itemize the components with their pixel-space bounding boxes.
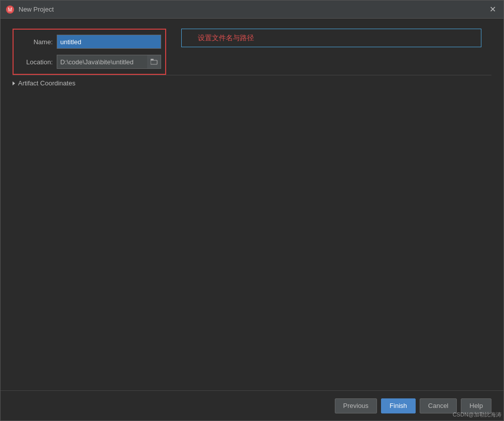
svg-text:M: M [8, 7, 12, 13]
location-input[interactable] [57, 55, 161, 69]
help-button[interactable]: Help [461, 398, 491, 413]
artifact-section[interactable]: Artifact Coordinates [13, 75, 491, 91]
app-icon: M [6, 5, 15, 14]
new-project-dialog: M New Project ✕ Name: Location: [0, 0, 504, 421]
svg-rect-3 [151, 59, 154, 60]
main-content-area [13, 91, 491, 390]
dialog-footer: Previous Finish Cancel Help [1, 390, 503, 420]
title-bar: M New Project ✕ [1, 1, 503, 19]
finish-button[interactable]: Finish [381, 398, 416, 413]
dialog-title: New Project [19, 6, 54, 13]
close-button[interactable]: ✕ [486, 4, 498, 16]
cancel-button[interactable]: Cancel [420, 398, 457, 413]
name-label: Name: [18, 38, 53, 46]
location-input-wrapper [57, 55, 161, 69]
previous-button[interactable]: Previous [335, 398, 377, 413]
dialog-content: Name: Location: [1, 19, 503, 390]
top-area: Name: Location: [13, 29, 491, 75]
title-bar-left: M New Project [6, 5, 54, 14]
name-input-wrapper [57, 35, 161, 49]
browse-button[interactable] [147, 55, 161, 69]
annotation-text: 设置文件名与路径 [198, 34, 254, 42]
name-row: Name: [18, 32, 161, 52]
artifact-label: Artifact Coordinates [18, 79, 75, 87]
svg-rect-2 [151, 60, 157, 64]
location-row: Location: [18, 52, 161, 72]
expand-arrow-icon [13, 81, 15, 85]
name-input[interactable] [57, 35, 161, 49]
annotation-area: 设置文件名与路径 [166, 29, 491, 47]
fields-highlighted-box: Name: Location: [13, 29, 166, 75]
location-label: Location: [18, 58, 53, 66]
